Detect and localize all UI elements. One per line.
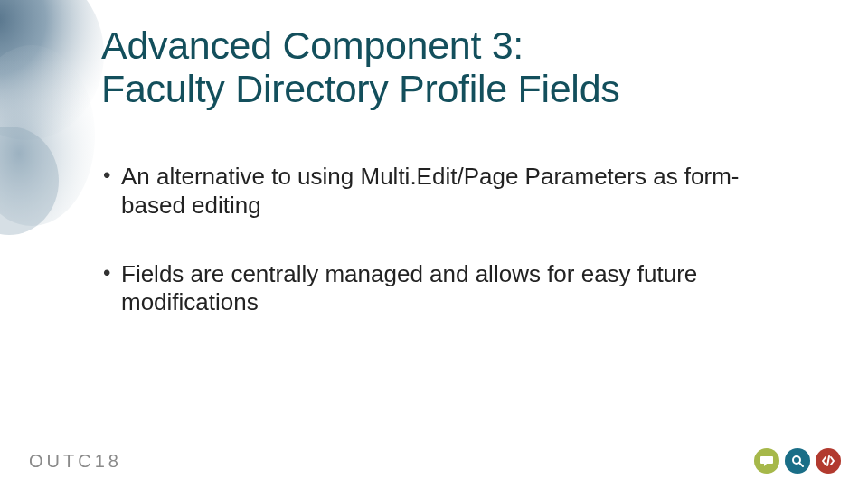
watercolor-decor: [0, 0, 104, 244]
footer-logo-text: OUTC18: [29, 451, 122, 471]
bullet-text: An alternative to using Multi.Edit/Page …: [121, 163, 740, 219]
title-line-1: Advanced Component 3:: [101, 23, 788, 67]
list-item: Fields are centrally managed and allows …: [101, 260, 788, 317]
search-icon: [785, 448, 810, 474]
footer-logo: OUTC18: [29, 451, 122, 472]
svg-line-4: [799, 463, 803, 466]
list-item: An alternative to using Multi.Edit/Page …: [101, 163, 788, 220]
bullet-list: An alternative to using Multi.Edit/Page …: [101, 163, 788, 317]
slide-title: Advanced Component 3: Faculty Directory …: [101, 23, 788, 110]
slide-content: Advanced Component 3: Faculty Directory …: [101, 23, 788, 357]
slide: Advanced Component 3: Faculty Directory …: [0, 0, 868, 488]
footer-icons: [754, 448, 841, 474]
title-line-2: Faculty Directory Profile Fields: [101, 67, 788, 110]
code-icon: [816, 448, 841, 474]
speech-bubble-icon: [754, 448, 779, 474]
svg-line-5: [827, 456, 829, 465]
bullet-text: Fields are centrally managed and allows …: [121, 260, 697, 316]
